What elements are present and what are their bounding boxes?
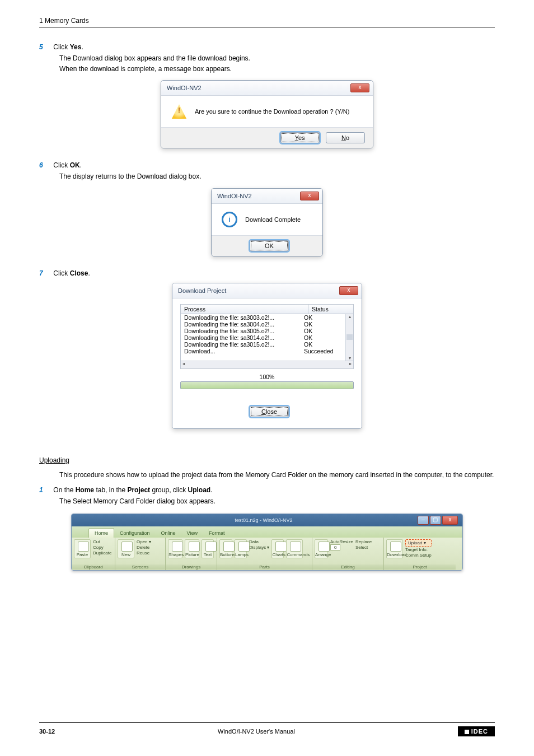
scroll-up-icon[interactable]: ▴	[346, 314, 353, 319]
uploading-heading: Uploading	[39, 456, 69, 464]
col-process: Process	[181, 305, 308, 314]
picture-button[interactable]: Picture	[185, 539, 199, 558]
maximize-icon[interactable]: ▢	[430, 516, 441, 525]
table-row: Downloading the file: sa3015.o2!...OK	[181, 341, 345, 348]
replace-button[interactable]: Replace	[355, 539, 372, 544]
lamps-button[interactable]: Lamps	[235, 539, 247, 558]
process-cell: Download...	[181, 348, 301, 354]
uploading-section: Uploading This procedure shows how to up…	[39, 442, 495, 507]
step-desc: The Download dialog box appears and the …	[59, 53, 495, 74]
close-icon[interactable]: x	[442, 516, 458, 525]
step-number: 5	[39, 43, 51, 51]
group-drawings: Shapes Picture Text Drawings	[166, 538, 217, 570]
dialog-message: Download Complete	[245, 216, 301, 223]
arrange-button[interactable]: Arrange	[315, 539, 328, 558]
scroll-thumb[interactable]	[346, 334, 353, 340]
status-cell: OK	[301, 321, 345, 328]
process-list: Downloading the file: sa3003.o2!...OKDow…	[181, 314, 345, 361]
scroll-down-icon[interactable]: ▾	[346, 356, 353, 361]
group-editing: Arrange AutoResize 0 Replace Select Edit…	[312, 538, 384, 570]
text-button[interactable]: Text	[202, 539, 214, 558]
status-cell: OK	[301, 341, 345, 348]
tab-format[interactable]: Format	[203, 529, 231, 538]
close-icon[interactable]: x	[300, 192, 319, 200]
table-row: Downloading the file: sa3014.o2!...OK	[181, 334, 345, 341]
zero-field[interactable]: 0	[330, 544, 340, 550]
ribbon-window: test01.n2g - WindO/I-NV2 – ▢ x Home Conf…	[71, 514, 463, 571]
comm-setup-button[interactable]: Comm.Setup	[405, 553, 432, 558]
new-button[interactable]: New	[118, 539, 134, 558]
tab-online[interactable]: Online	[156, 529, 181, 538]
step-6: 6 Click OK. The display returns to the D…	[39, 161, 495, 182]
close-icon[interactable]: x	[350, 83, 369, 92]
status-cell: Succeeded	[301, 348, 345, 354]
minimize-icon[interactable]: –	[418, 516, 429, 525]
data-button[interactable]: Data	[249, 539, 269, 544]
close-icon[interactable]: x	[339, 286, 358, 295]
tab-home[interactable]: Home	[88, 528, 114, 538]
group-label: Parts	[217, 564, 312, 570]
download-project-dialog: Download Project x Process Status Downlo…	[172, 283, 362, 429]
yes-button[interactable]: Yes	[280, 132, 320, 143]
page-number: 30-12	[39, 728, 55, 735]
download-button[interactable]: Download	[386, 539, 403, 558]
commands-button[interactable]: Commands	[286, 539, 303, 558]
horizontal-scrollbar[interactable]: ◂ ▸	[180, 361, 354, 369]
step-text: Click Close.	[53, 269, 90, 277]
scroll-left-icon[interactable]: ◂	[181, 361, 186, 368]
tab-view[interactable]: View	[181, 529, 203, 538]
section-title: 1 Memory Cards	[39, 17, 89, 25]
status-cell: OK	[301, 328, 345, 334]
process-cell: Downloading the file: sa3004.o2!...	[181, 321, 301, 328]
shapes-button[interactable]: Shapes	[168, 539, 182, 558]
group-label: Screens	[115, 564, 165, 570]
group-clipboard: Paste Cut Copy Duplicate Clipboard	[72, 538, 115, 570]
step-text: Click OK.	[53, 161, 82, 169]
cut-button[interactable]: Cut	[93, 539, 111, 544]
scroll-right-icon[interactable]: ▸	[348, 361, 353, 368]
open-button[interactable]: Open ▾	[137, 539, 151, 544]
charts-button[interactable]: Charts	[271, 539, 284, 558]
col-status: Status	[308, 305, 353, 314]
group-screens: New Open ▾ Delete Reuse Screens	[115, 538, 166, 570]
target-info-button[interactable]: Target Info.	[405, 547, 432, 552]
close-button[interactable]: Close	[250, 406, 289, 417]
table-row: Downloading the file: sa3003.o2!...OK	[181, 314, 345, 321]
process-cell: Downloading the file: sa3015.o2!...	[181, 341, 301, 348]
step-number: 6	[39, 161, 51, 169]
table-row: Download...Succeeded	[181, 348, 345, 354]
copy-button[interactable]: Copy	[93, 545, 111, 550]
vertical-scrollbar[interactable]: ▴ ▾	[345, 314, 353, 361]
step-desc: The display returns to the Download dial…	[59, 171, 495, 182]
table-row: Downloading the file: sa3005.o2!...OK	[181, 328, 345, 334]
reuse-button[interactable]: Reuse	[137, 550, 151, 556]
dialog-title: WindOI-NV2	[167, 85, 202, 91]
step-text: On the Home tab, in the Project group, c…	[53, 486, 212, 494]
process-cell: Downloading the file: sa3014.o2!...	[181, 334, 301, 341]
group-parts: Buttons Lamps Data Displays ▾ Charts Com…	[217, 538, 312, 570]
no-button[interactable]: No	[326, 132, 365, 143]
dialog-message: Are you sure to continue the Download op…	[195, 108, 349, 115]
progress-percent: 100%	[180, 374, 354, 380]
buttons-button[interactable]: Buttons	[219, 539, 232, 558]
ok-button[interactable]: OK	[250, 240, 289, 251]
duplicate-button[interactable]: Duplicate	[93, 550, 111, 556]
displays-button[interactable]: Displays ▾	[249, 545, 269, 550]
select-button[interactable]: Select	[355, 545, 372, 550]
group-label: Editing	[312, 564, 383, 570]
autoresize-button[interactable]: AutoResize	[330, 539, 353, 544]
window-title: test01.n2g - WindO/I-NV2	[235, 517, 292, 523]
complete-dialog: WindOI-NV2 x i Download Complete OK	[211, 188, 323, 256]
step-number: 1	[39, 486, 51, 494]
paste-button[interactable]: Paste	[74, 539, 91, 558]
delete-button[interactable]: Delete	[137, 545, 151, 550]
brand-logo: IDEC	[458, 726, 495, 736]
group-label: Clipboard	[72, 564, 115, 570]
confirm-dialog: WindOI-NV2 x Are you sure to continue th…	[161, 80, 373, 148]
upload-button[interactable]: Upload ▾	[405, 539, 432, 547]
step-text: Click Yes.	[53, 43, 83, 51]
group-label: Drawings	[166, 564, 217, 570]
warning-icon	[171, 104, 187, 119]
tab-configuration[interactable]: Configuration	[114, 529, 156, 538]
step-number: 7	[39, 269, 51, 277]
